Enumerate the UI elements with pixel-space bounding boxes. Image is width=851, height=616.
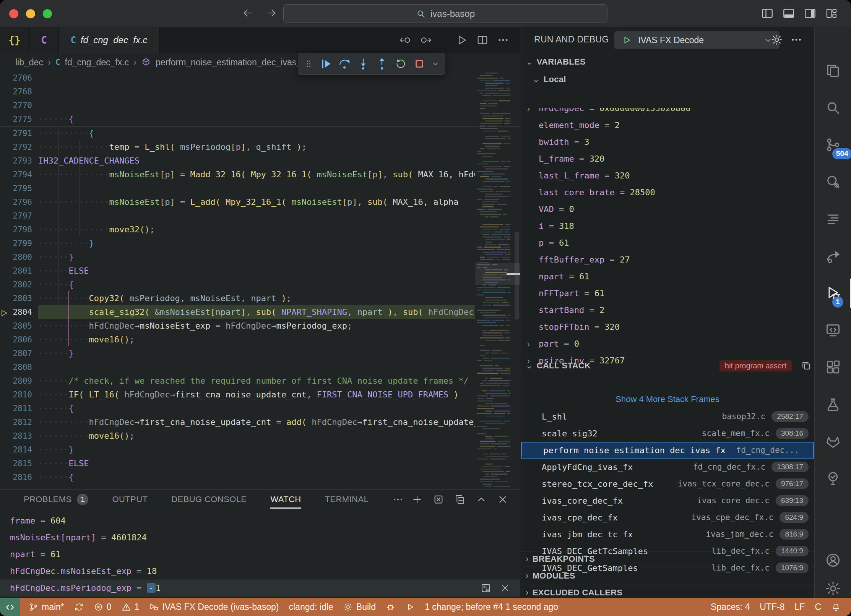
line-number[interactable]: 2809 xyxy=(0,374,32,388)
code-line-2795[interactable]: 2795 xyxy=(0,182,520,195)
close-window-button[interactable] xyxy=(9,9,18,18)
code-line-2793[interactable]: 2793IH32_CADENCE_CHANGES xyxy=(0,154,520,168)
status-item-clangd-idle[interactable]: clangd: idle xyxy=(284,598,338,616)
stack-frame-ApplyFdCng_ivas_fx[interactable]: ApplyFdCng_ivas_fxfd_cng_dec_fx.c1308:17 xyxy=(520,459,815,475)
code-line-2796[interactable]: 2796··············msNoiseEst[p] = L_add(… xyxy=(0,195,520,209)
status-item-lf[interactable]: LF xyxy=(790,598,810,616)
plus-icon[interactable] xyxy=(411,494,423,505)
code-line-2805[interactable]: 2805··········hFdCngDec→msNoiseEst_exp =… xyxy=(0,319,520,333)
status-item-bell[interactable] xyxy=(826,598,846,616)
next-change-icon[interactable] xyxy=(420,34,432,46)
status-item-main-[interactable]: main* xyxy=(24,598,69,616)
line-number[interactable]: 2805 xyxy=(0,319,32,333)
debug-step-into-icon[interactable] xyxy=(357,57,370,70)
line-number[interactable]: 2795 xyxy=(0,182,32,195)
call-stack-section-header[interactable]: ⌄ CALL STACK hit program assert xyxy=(520,358,820,373)
line-number[interactable]: 2792 xyxy=(0,140,32,154)
stack-frame-L_shl[interactable]: L_shlbasop32.c2582:17 xyxy=(520,408,815,425)
prev-change-icon[interactable] xyxy=(399,34,411,46)
variable-row-i[interactable]: i = 318 xyxy=(520,218,815,235)
code-line-2800[interactable]: 2800······} xyxy=(0,250,520,264)
customize-layout-icon[interactable] xyxy=(825,7,838,20)
variable-row-hFdCngDec[interactable]: ›hFdCngDec = 0x0000000155020800 xyxy=(520,108,815,117)
toolbar-drag-handle-icon[interactable] xyxy=(304,59,313,69)
zoom-window-button[interactable] xyxy=(43,9,52,18)
debug-more-actions-icon[interactable] xyxy=(790,34,802,46)
variable-row-VAD[interactable]: VAD = 0 xyxy=(520,201,815,218)
remove-all-icon[interactable] xyxy=(433,494,444,505)
line-number[interactable]: 2814 xyxy=(0,443,32,457)
watch-row-msNoiseEst-npart-[interactable]: msNoiseEst[npart] = 4601824 xyxy=(0,529,520,546)
activity-item-remote-explorer[interactable] xyxy=(815,315,851,345)
toggle-primary-sidebar-icon[interactable] xyxy=(761,7,774,20)
line-number[interactable]: 2807 xyxy=(0,347,32,360)
panel-tab-more[interactable] xyxy=(392,490,404,509)
section-header-modules[interactable]: ›MODULES xyxy=(520,568,820,584)
variable-row-last_L_frame[interactable]: last_L_frame = 320 xyxy=(520,167,815,184)
variable-row-p[interactable]: p = 61 xyxy=(520,235,815,251)
binary-icon[interactable]: 0110 xyxy=(480,582,492,594)
code-line-2807[interactable]: 2807······} xyxy=(0,347,520,360)
code-line-2808[interactable]: 2808 xyxy=(0,360,520,374)
line-number[interactable]: 2806 xyxy=(0,333,32,347)
code-line-2806[interactable]: 2806··········move16(); xyxy=(0,333,520,347)
code-line-2791[interactable]: 2791··········{ xyxy=(0,126,520,140)
breadcrumb-symbol[interactable]: perform_noise_estimation_dec_ivas_fx xyxy=(156,57,308,68)
debug-restart-icon[interactable] xyxy=(394,57,407,70)
panel-tab-terminal[interactable]: TERMINAL xyxy=(325,490,369,509)
section-header-breakpoints[interactable]: ›BREAKPOINTS xyxy=(520,551,820,567)
code-line-2792[interactable]: 2792··············temp = L_shl( msPeriod… xyxy=(0,140,520,154)
activity-item-debug[interactable]: 1 xyxy=(815,278,851,308)
minimize-window-button[interactable] xyxy=(26,9,35,18)
code-line-2798[interactable]: 2798··············move32(); xyxy=(0,223,520,237)
code-line-2813[interactable]: 2813··········move16(); xyxy=(0,429,520,443)
close-icon[interactable] xyxy=(497,494,508,505)
toggle-secondary-sidebar-icon[interactable] xyxy=(804,7,817,20)
variable-row-bwidth[interactable]: bwidth = 3 xyxy=(520,134,815,151)
copy-call-stack-icon[interactable] xyxy=(801,360,812,371)
status-item-1[interactable]: 1 xyxy=(117,598,145,616)
debug-toolbar-more-icon[interactable] xyxy=(432,60,439,68)
debug-step-over-icon[interactable] xyxy=(338,57,351,70)
code-line-2816[interactable]: 2816······{ xyxy=(0,470,520,484)
code-line-2768[interactable]: 2768 xyxy=(0,85,520,99)
line-number[interactable]: 2791 xyxy=(0,126,32,140)
more-icon[interactable] xyxy=(497,34,509,46)
line-number[interactable]: 2803 xyxy=(0,292,32,305)
variable-row-nFFTpart[interactable]: nFFTpart = 61 xyxy=(520,285,815,302)
code-line-2804[interactable]: 2804▷··········scale_sig32( &msNoiseEst[… xyxy=(0,305,520,319)
watch-row-hFdCngDec-msNoiseEst-exp[interactable]: hFdCngDec.msNoiseEst_exp = 18 xyxy=(0,563,520,580)
line-number[interactable]: 2770 xyxy=(0,99,32,112)
code-line-2814[interactable]: 2814······} xyxy=(0,443,520,457)
command-center-search[interactable]: ivas-basop xyxy=(283,4,607,23)
variable-row-npart[interactable]: npart = 61 xyxy=(520,268,815,285)
chevron-right-icon[interactable]: › xyxy=(527,336,530,352)
show-more-stack-frames-link[interactable]: Show 4 More Stack Frames xyxy=(520,394,815,404)
line-number[interactable]: 2800 xyxy=(0,250,32,264)
activity-item-account[interactable] xyxy=(815,545,851,575)
status-item-0[interactable]: 0 xyxy=(89,598,117,616)
status-item-1-change-before-4-1-second-ago[interactable]: 1 change; before #4 1 second ago xyxy=(420,598,563,616)
status-item-ivas-fx-decode-ivas-basop-[interactable]: IVAS FX Decode (ivas-basop) xyxy=(144,598,284,616)
watch-row-npart[interactable]: npart = 61 xyxy=(0,546,520,563)
activity-item-commit-search[interactable] xyxy=(815,167,851,197)
code-line-2802[interactable]: 2802······{ xyxy=(0,278,520,292)
watch-row-hFdCngDec-msPeriodog-exp[interactable]: hFdCngDec.msPeriodog_exp = -10110 xyxy=(0,580,520,597)
variable-row-stopFFTbin[interactable]: stopFFTbin = 320 xyxy=(520,319,815,336)
start-debug-icon[interactable] xyxy=(621,35,632,45)
status-item-utf-8[interactable]: UTF-8 xyxy=(755,598,789,616)
split-icon[interactable] xyxy=(476,34,489,46)
tab-pinned-braces[interactable]: {} xyxy=(0,27,29,53)
editor-scrollbar[interactable] xyxy=(515,232,519,319)
run-file-icon[interactable] xyxy=(456,34,468,46)
breadcrumb-folder[interactable]: lib_dec xyxy=(15,57,43,68)
panel-tab-watch[interactable]: WATCH xyxy=(270,490,301,509)
remote-indicator[interactable] xyxy=(0,598,20,616)
code-line-2797[interactable]: 2797 xyxy=(0,209,520,223)
panel-tab-output[interactable]: OUTPUT xyxy=(112,490,148,509)
variable-row-startBand[interactable]: startBand = 2 xyxy=(520,302,815,319)
code-line-2809[interactable]: 2809······/* check, if we reached the re… xyxy=(0,374,520,388)
activity-item-source-control[interactable]: 504 xyxy=(815,130,851,160)
line-number[interactable]: 2793 xyxy=(0,154,32,168)
stack-frame-ivas_core_dec_fx[interactable]: ivas_core_dec_fxivas_core_dec.c639:13 xyxy=(520,492,815,509)
